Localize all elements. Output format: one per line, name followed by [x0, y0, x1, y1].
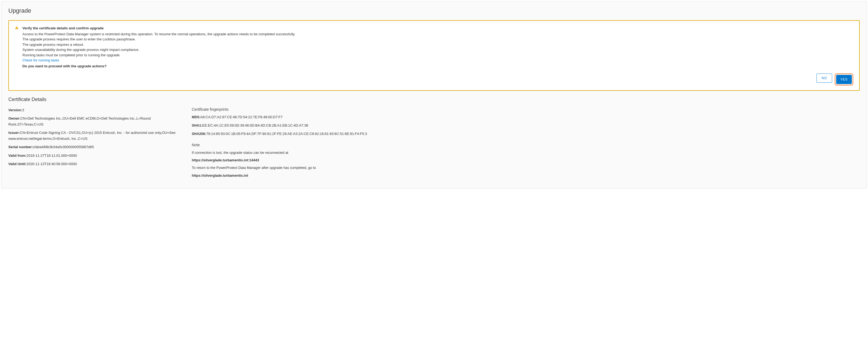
- sha1-label: SHA1:: [192, 123, 202, 127]
- cert-serial-label: Serial number:: [8, 145, 33, 149]
- cert-version-value: 3: [22, 108, 24, 112]
- cert-issuer-value: CN=Entrust Code Signing CA - OVCS1,OU=(c…: [8, 131, 175, 141]
- cert-valid-from-label: Valid from:: [8, 154, 26, 158]
- alert-line: System unavailability during the upgrade…: [22, 47, 853, 53]
- certificate-details-right: Certificate fingerprints MD5:A8:CA:D7:A2…: [192, 107, 860, 180]
- cert-version: Version:3: [8, 107, 176, 113]
- certificate-details-columns: Version:3 Owner:CN=Dell Technologies Inc…: [8, 107, 860, 180]
- cert-owner-label: Owner:: [8, 116, 21, 121]
- yes-button-highlight: YES: [835, 73, 853, 86]
- alert-title: Verify the certificate details and confi…: [22, 26, 853, 31]
- alert-line: Access to the PowerProtect Data Manager …: [22, 32, 853, 37]
- cert-version-label: Version:: [8, 108, 22, 112]
- note-line-1: If connection is lost, the upgrade statu…: [192, 150, 860, 156]
- check-running-tasks-link[interactable]: Check for running tasks: [22, 58, 59, 62]
- sha256-value: 78:14:65:93:0C:1B:05:F9:4A:DF:7F:90:61:2…: [206, 132, 367, 136]
- svg-rect-1: [17, 28, 17, 29]
- note-block: Note If connection is lost, the upgrade …: [192, 143, 860, 178]
- note-line-2: To return to the PowerProtect Data Manag…: [192, 165, 860, 171]
- page-title: Upgrade: [8, 7, 860, 14]
- alert-line: The upgrade process requires a reboot.: [22, 42, 853, 47]
- alert-text-body: Verify the certificate details and confi…: [22, 26, 853, 69]
- svg-rect-0: [17, 27, 17, 28]
- cert-valid-until-value: 2020-11-13T18:40:58.000+0000: [26, 162, 77, 166]
- no-button[interactable]: NO: [816, 73, 832, 83]
- note-url-1: https://silverglade.turbamentis.int:1444…: [192, 157, 860, 163]
- note-heading: Note: [192, 143, 860, 147]
- yes-button[interactable]: YES: [836, 75, 852, 84]
- cert-owner: Owner:CN=Dell Technologies Inc.,OU=Dell …: [8, 115, 176, 127]
- cert-valid-until: Valid Until:2020-11-13T18:40:58.000+0000: [8, 161, 176, 167]
- sha1-value: EE:EC:4A:1C:E5:59:0D:39:46:0D:B4:4D:CB:2…: [202, 123, 308, 127]
- certificate-details-left: Version:3 Owner:CN=Dell Technologies Inc…: [8, 107, 176, 180]
- warning-icon: [15, 26, 19, 30]
- sha256-label: SHA256:: [192, 132, 206, 136]
- fingerprints-heading: Certificate fingerprints: [192, 107, 860, 111]
- alert-line: The upgrade process requires the user to…: [22, 37, 853, 42]
- alert-question: Do you want to proceed with the upgrade …: [22, 64, 853, 69]
- upgrade-confirm-alert: Verify the certificate details and confi…: [8, 20, 860, 91]
- md5-value: A8:CA:D7:A2:87:CE:46:7D:54:22:7E:F6:48:0…: [200, 115, 283, 119]
- note-url-2: https://silverglade.turbamentis.int: [192, 173, 860, 179]
- cert-valid-until-label: Valid Until:: [8, 162, 26, 166]
- cert-owner-value: CN=Dell Technologies Inc.,OU=Dell EMC eC…: [8, 116, 151, 126]
- alert-line: Running tasks must be completed prior to…: [22, 53, 853, 58]
- cert-serial: Serial number:cfaba488b3b34a5c0000000055…: [8, 144, 176, 150]
- cert-valid-from: Valid from:2018-11-27T18:11:01.000+0000: [8, 153, 176, 159]
- certificate-details-heading: Certificate Details: [8, 97, 860, 102]
- md5-label: MD5:: [192, 115, 200, 119]
- upgrade-page: Upgrade Verify the certificate details a…: [1, 1, 867, 189]
- cert-valid-from-value: 2018-11-27T18:11:01.000+0000: [26, 154, 77, 158]
- alert-button-row: NO YES: [15, 73, 853, 86]
- cert-issuer: Issuer:CN=Entrust Code Signing CA - OVCS…: [8, 130, 176, 142]
- cert-issuer-label: Issuer:: [8, 131, 20, 135]
- fingerprint-sha1: SHA1:EE:EC:4A:1C:E5:59:0D:39:46:0D:B4:4D…: [192, 123, 860, 129]
- cert-serial-value: cfaba488b3b34a5c0000000055667d65: [33, 145, 94, 149]
- fingerprint-md5: MD5:A8:CA:D7:A2:87:CE:46:7D:54:22:7E:F6:…: [192, 114, 860, 120]
- fingerprint-sha256: SHA256:78:14:65:93:0C:1B:05:F9:4A:DF:7F:…: [192, 131, 860, 137]
